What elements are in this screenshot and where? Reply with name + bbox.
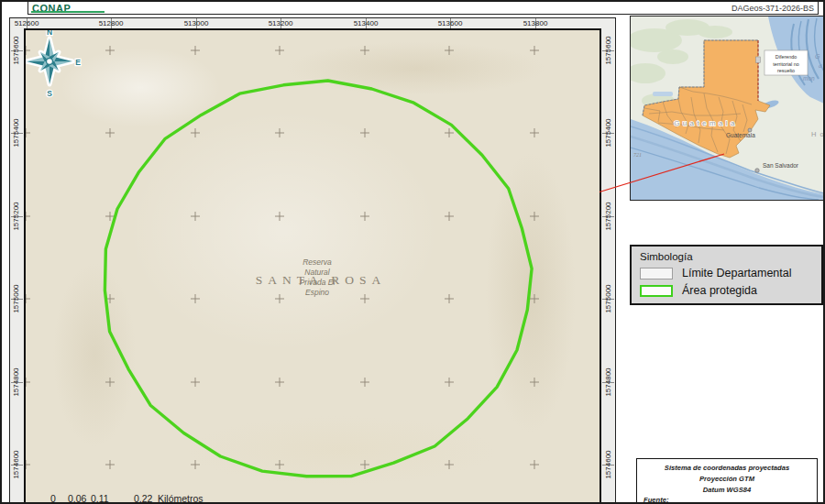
grid-cross: [360, 378, 369, 387]
territorial-note: Diferendo territorial no resuelto: [764, 50, 808, 75]
grid-coordinate-label: 1575600: [12, 30, 21, 71]
map-sheet-page: CONAP DAGeos-371-2026-BS Reserva Natural…: [0, 0, 825, 504]
grid-cross: [360, 128, 369, 137]
crs-line: Proyección GTM: [644, 474, 810, 485]
compass-rose-icon: N E S O: [26, 30, 81, 98]
grid-cross: [26, 460, 30, 469]
grid-cross: [530, 460, 539, 469]
grid-cross: [191, 212, 200, 221]
departmental-boundary-swatch: [640, 268, 673, 279]
protected-area-swatch: [640, 285, 673, 297]
inset-map-drawing: Guatemala Guatemala San Salvador Ho 721 …: [631, 16, 824, 200]
grid-coordinate-label: 1574600: [12, 444, 21, 485]
svg-text:resuelto: resuelto: [777, 68, 795, 73]
header-bar: CONAP DAGeos-371-2026-BS: [28, 2, 819, 15]
legend-item-departmental: Límite Departamental: [640, 267, 821, 279]
grid-coordinate-label: 513800: [515, 19, 556, 28]
grid-cross: [26, 46, 30, 55]
grid-cross: [26, 212, 30, 221]
grid-coordinate-label: 1575000: [604, 279, 613, 319]
compass-south-label: S: [47, 89, 52, 98]
scale-tick-022: 0.22: [134, 493, 152, 504]
honduras-label: Ho: [811, 130, 824, 138]
crs-line: Datum WGS84: [644, 485, 810, 496]
grid-cross: [26, 294, 30, 303]
legend-title: Simbología: [640, 251, 821, 262]
legend-item-label: Límite Departamental: [682, 267, 792, 279]
scale-tick-006: 0.06: [68, 493, 86, 504]
main-map-container: Reserva Natural Privada El Espino SANTA …: [9, 17, 616, 504]
svg-text:Diferendo: Diferendo: [776, 54, 797, 60]
san-salvador-city-marker: [755, 169, 759, 172]
grid-cross: [105, 378, 115, 387]
grid-coordinate-label: 513000: [176, 19, 216, 28]
grid-cross: [530, 46, 539, 55]
scale-unit-label: Kilómetros: [158, 493, 204, 504]
svg-text:Reserva: Reserva: [302, 257, 332, 267]
legend-item-label: Área protegida: [682, 284, 757, 297]
grid-cross: [191, 460, 200, 469]
river: [653, 92, 673, 96]
main-map-view: Reserva Natural Privada El Espino SANTA …: [24, 28, 601, 504]
inset-locator-map: Guatemala Guatemala San Salvador Ho 721 …: [630, 16, 825, 201]
source-label: Fuente:: [644, 495, 810, 504]
grid-cross: [275, 46, 284, 55]
map-drawing-layer: Reserva Natural Privada El Espino SANTA …: [26, 30, 600, 504]
scale-bar: 0 0.06 0.11 0.22 Kilómetros: [26, 493, 301, 504]
grid-cross: [191, 378, 200, 387]
document-id: DAGeos-371-2026-BS: [732, 4, 814, 13]
grid-cross: [275, 378, 284, 387]
grid-cross: [105, 46, 115, 55]
svg-text:mon: mon: [803, 75, 815, 82]
svg-text:G: G: [815, 53, 820, 60]
country-name-label: Guatemala: [674, 119, 738, 127]
grid-cross: [530, 212, 539, 221]
grid-cross: [360, 294, 369, 303]
grid-cross: [105, 460, 115, 469]
grid-cross: [275, 294, 284, 303]
compass-north-label: N: [47, 30, 52, 37]
grid-coordinate-label: 1575600: [604, 30, 613, 71]
grid-cross: [105, 128, 115, 137]
grid-cross: [26, 128, 30, 137]
grid-cross: [530, 294, 539, 303]
credits-box: Sistema de coordenadas proyectadas Proye…: [636, 458, 818, 504]
svg-text:Espino: Espino: [305, 288, 329, 297]
legend-item-protected: Área protegida: [640, 284, 821, 297]
grid-coordinate-label: 1575400: [604, 113, 613, 153]
scale-tick-011: 0.11: [91, 493, 109, 504]
grid-cross: [191, 128, 200, 137]
department-name-label: SANTA ROSA: [256, 273, 387, 287]
grid-cross: [191, 46, 200, 55]
grid-coordinate-label: 513200: [260, 19, 301, 28]
grid-coordinate-label: 1575200: [604, 196, 613, 236]
guatemala-city-label: Guatemala: [726, 132, 755, 138]
grid-coordinate-label: 513400: [346, 19, 386, 28]
legend-box: Simbología Límite Departamental Área pro…: [630, 245, 823, 305]
grid-coordinate-label: 1574600: [604, 444, 613, 485]
san-salvador-label: San Salvador: [763, 162, 799, 169]
grid-cross: [360, 46, 369, 55]
grid-cross-layer: [26, 46, 539, 469]
grid-coordinate-label: 1574800: [604, 362, 613, 402]
conap-logo-underline: [31, 11, 104, 13]
grid-cross: [26, 378, 30, 387]
grid-cross: [360, 460, 369, 469]
grid-cross: [445, 128, 454, 137]
grid-coordinate-label: 512800: [91, 19, 131, 28]
grid-cross: [275, 212, 284, 221]
grid-cross: [445, 378, 454, 387]
grid-coordinate-label: 1575400: [12, 113, 21, 153]
grid-cross: [275, 128, 284, 137]
grid-cross: [445, 460, 454, 469]
crs-line: Sistema de coordenadas proyectadas: [644, 463, 810, 474]
scale-tick-0: 0: [50, 493, 56, 504]
grid-cross: [191, 294, 200, 303]
grid-cross: [530, 128, 539, 137]
grid-coordinate-label: 1575000: [12, 279, 21, 319]
svg-text:territorial no: territorial no: [773, 61, 798, 67]
grid-coordinate-label: 512600: [6, 19, 47, 28]
grid-coordinate-label: 513600: [430, 19, 470, 28]
grid-cross: [275, 460, 284, 469]
compass-east-label: E: [75, 58, 81, 67]
